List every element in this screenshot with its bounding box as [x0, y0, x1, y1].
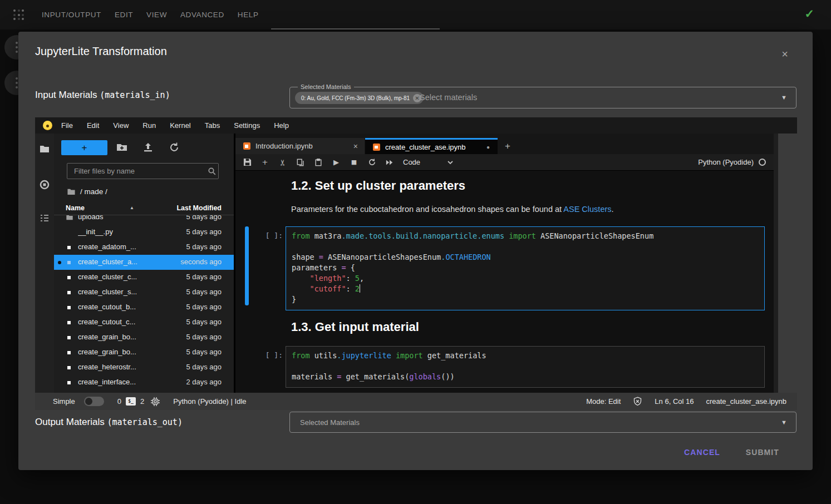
file-modified: 5 days ago: [186, 348, 222, 356]
copy-icon[interactable]: [296, 158, 305, 167]
column-name[interactable]: Name: [66, 204, 85, 212]
tab-introduction[interactable]: Introduction.ipynb ×: [235, 138, 365, 154]
stop-icon[interactable]: ■: [350, 158, 358, 167]
file-modified: 5 days ago: [186, 303, 222, 311]
notebook-toolbar: + ✂ ▶ ■ Code Py: [235, 154, 774, 171]
kernel-name[interactable]: Python (Pyodide): [698, 158, 754, 166]
submit-button[interactable]: SUBMIT: [746, 448, 779, 457]
notebook-icon: [243, 142, 250, 150]
tab-close-icon[interactable]: ×: [353, 142, 358, 151]
file-row-create_adatom_[interactable]: create_adatom_...5 days ago: [54, 240, 234, 255]
output-materials-select[interactable]: Selected Materials ▼: [289, 412, 796, 433]
chevron-down-icon[interactable]: ▼: [781, 94, 787, 101]
run-icon[interactable]: ▶: [332, 158, 341, 167]
app-grid-logo-icon[interactable]: [13, 9, 24, 21]
breadcrumb[interactable]: / made /: [67, 186, 107, 197]
file-row-create_grain_bo[interactable]: create_grain_bo...5 days ago: [54, 330, 234, 345]
notebook-scrollbar[interactable]: [774, 134, 778, 393]
trust-shield-icon[interactable]: [633, 397, 642, 406]
kernel-status-text[interactable]: Python (Pyodide) | Idle: [173, 397, 246, 406]
cell-collapser[interactable]: [245, 226, 249, 305]
new-folder-icon[interactable]: [116, 141, 128, 154]
file-row-create_cluster_c[interactable]: create_cluster_c...5 days ago: [54, 270, 234, 285]
app-menu-item-edit[interactable]: EDIT: [115, 11, 133, 19]
app-menu-item-input-output[interactable]: INPUT/OUTPUT: [42, 11, 101, 19]
jupyter-menu-item-help[interactable]: Help: [274, 121, 289, 130]
save-icon[interactable]: [243, 158, 252, 167]
add-cell-icon[interactable]: +: [260, 158, 269, 167]
paste-icon[interactable]: [314, 158, 323, 167]
tab-create-cluster-ase[interactable]: create_cluster_ase.ipynb ●: [365, 138, 498, 154]
chevron-down-icon[interactable]: ▼: [781, 419, 787, 426]
file-row-uploads[interactable]: uploads5 days ago: [54, 215, 234, 225]
restart-kernel-icon[interactable]: [367, 158, 376, 167]
file-name: create_cutout_b...: [78, 303, 136, 311]
jupyter-menu-item-kernel[interactable]: Kernel: [170, 121, 191, 130]
file-name: create_grain_bo...: [78, 333, 136, 341]
output-materials-label: Output Materials (materials_out): [35, 417, 183, 428]
add-tab-icon[interactable]: +: [501, 140, 514, 152]
app-menu-item-view[interactable]: VIEW: [146, 11, 167, 19]
file-row-create_cutout_c[interactable]: create_cutout_c...5 days ago: [54, 315, 234, 330]
kernel-chip-icon: [151, 397, 160, 406]
kernels-count[interactable]: 2: [140, 397, 144, 406]
code-editor[interactable]: from mat3ra.made.tools.build.nanoparticl…: [286, 226, 765, 310]
filter-files-input[interactable]: [67, 163, 219, 179]
file-row-create_cluster_a[interactable]: create_cluster_a...seconds ago: [54, 255, 234, 270]
search-icon: [208, 167, 217, 176]
file-modified: 5 days ago: [186, 215, 222, 221]
simple-mode-toggle[interactable]: [84, 397, 104, 406]
jupyter-menu-item-edit[interactable]: Edit: [87, 121, 99, 130]
notebook-icon: [66, 364, 73, 371]
cell-collapser[interactable]: [245, 346, 249, 384]
cell-type-select[interactable]: Code: [403, 158, 420, 166]
cursor-position[interactable]: Ln 6, Col 16: [655, 397, 694, 406]
jupyter-menu-item-file[interactable]: File: [61, 121, 73, 130]
terminals-count[interactable]: 0: [117, 397, 121, 406]
cancel-button[interactable]: CANCEL: [684, 448, 720, 457]
file-row-create_cluster_s[interactable]: create_cluster_s...5 days ago: [54, 285, 234, 300]
new-launcher-button[interactable]: +: [61, 140, 107, 155]
file-browser-tab-icon[interactable]: [39, 144, 50, 155]
chevron-down-icon[interactable]: [447, 159, 454, 166]
ase-clusters-link[interactable]: ASE Clusters: [563, 205, 611, 214]
upload-icon[interactable]: [142, 141, 154, 154]
jupyter-menu-item-view[interactable]: View: [113, 121, 129, 130]
refresh-icon[interactable]: [168, 141, 180, 154]
jupyter-menu-item-run[interactable]: Run: [142, 121, 156, 130]
code-editor[interactable]: from utils.jupyterlite import get_materi…: [286, 346, 765, 388]
file-modified: 2 days ago: [186, 378, 222, 386]
file-modified: 5 days ago: [186, 318, 222, 326]
sort-arrow-icon[interactable]: ▲: [130, 205, 134, 210]
running-kernels-tab-icon[interactable]: [39, 179, 50, 190]
mode-indicator: Mode: Edit: [586, 397, 621, 406]
file-row-create_interface[interactable]: create_interface...2 days ago: [54, 375, 234, 390]
close-icon[interactable]: ×: [781, 48, 788, 60]
notebook-icon: [66, 289, 73, 296]
file-row-create_heterostr[interactable]: create_heterostr...5 days ago: [54, 360, 234, 375]
jupyter-menu-item-tabs[interactable]: Tabs: [205, 121, 220, 130]
material-chip[interactable]: 0: Au, Gold, FCC (Fm-3m) 3D (Bulk), mp-8…: [295, 92, 424, 104]
cut-icon[interactable]: ✂: [278, 158, 287, 167]
table-of-contents-tab-icon[interactable]: [39, 213, 50, 224]
code-line: shape = ASENanoparticleShapesEnum.OCTAHE…: [292, 253, 759, 263]
code-line: parameters = {: [292, 263, 759, 274]
file-row-__init__py[interactable]: __init__.py5 days ago: [54, 225, 234, 240]
file-row-create_grain_bo[interactable]: create_grain_bo...5 days ago: [54, 345, 234, 360]
file-row-create_cutout_b[interactable]: create_cutout_b...5 days ago: [54, 300, 234, 315]
app-menu-item-help[interactable]: HELP: [238, 11, 259, 19]
kernel-status-icon[interactable]: [759, 159, 766, 166]
python-icon: [66, 229, 73, 236]
notebook-icon: [66, 304, 73, 311]
check-icon[interactable]: ✓: [804, 7, 814, 21]
app-menu-item-advanced[interactable]: ADVANCED: [180, 11, 224, 19]
file-modified: 5 days ago: [186, 273, 222, 281]
backdrop-panel-edge: [271, 28, 440, 29]
folder-icon: [67, 187, 76, 196]
column-last-modified[interactable]: Last Modified: [176, 204, 222, 212]
input-materials-select[interactable]: Selected Materials 0: Au, Gold, FCC (Fm-…: [289, 87, 796, 108]
file-name: create_cluster_c...: [78, 273, 137, 281]
jupyter-menu-item-settings[interactable]: Settings: [234, 121, 260, 130]
notebook-icon: [66, 349, 73, 356]
restart-run-all-icon[interactable]: [385, 158, 394, 167]
